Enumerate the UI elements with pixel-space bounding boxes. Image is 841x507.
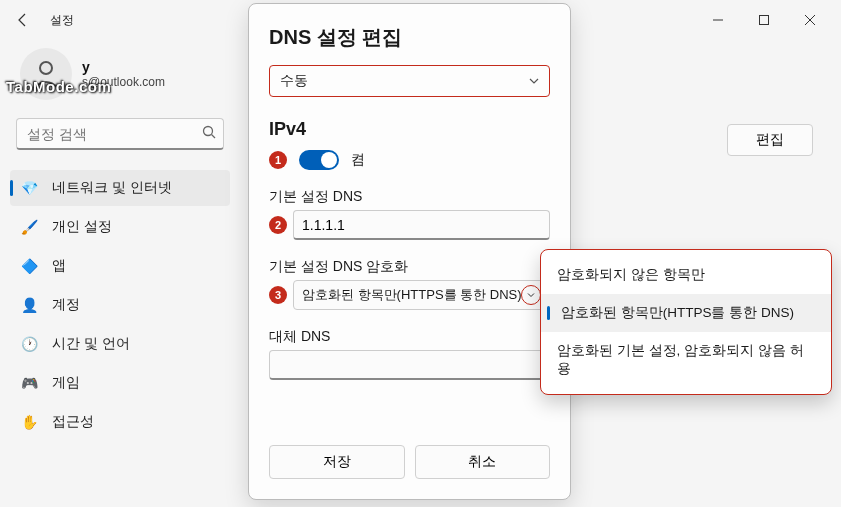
sidebar-item-personalization[interactable]: 🖌️개인 설정 (10, 209, 230, 245)
ipv4-section-title: IPv4 (269, 119, 550, 140)
svg-point-2 (204, 127, 213, 136)
sidebar-item-accounts[interactable]: 👤계정 (10, 287, 230, 323)
svg-rect-0 (760, 16, 769, 25)
nav-list: 💎네트워크 및 인터넷🖌️개인 설정🔷앱👤계정🕐시간 및 언어🎮게임✋접근성 (0, 166, 240, 447)
dropdown-option[interactable]: 암호화되지 않은 항목만 (541, 256, 831, 294)
edit-button[interactable]: 편집 (727, 124, 813, 156)
mode-select[interactable]: 수동 (269, 65, 550, 97)
nav-item-label: 앱 (52, 257, 66, 275)
sidebar-item-time[interactable]: 🕐시간 및 언어 (10, 326, 230, 362)
nav-item-label: 계정 (52, 296, 80, 314)
ipv4-toggle[interactable] (299, 150, 339, 170)
mode-select-value: 수동 (280, 72, 308, 90)
sidebar-item-apps[interactable]: 🔷앱 (10, 248, 230, 284)
search-icon (202, 125, 216, 142)
search-box[interactable] (16, 118, 224, 150)
nav-item-label: 개인 설정 (52, 218, 112, 236)
dropdown-option[interactable]: 암호화된 기본 설정, 암호화되지 않음 허용 (541, 332, 831, 388)
annotation-marker-2: 2 (269, 216, 287, 234)
toggle-label: 켬 (351, 151, 365, 169)
search-input[interactable] (27, 126, 202, 142)
nav-item-label: 시간 및 언어 (52, 335, 130, 353)
sidebar: y s@outlook.com TabMode.com 💎네트워크 및 인터넷🖌… (0, 40, 240, 507)
save-button[interactable]: 저장 (269, 445, 405, 479)
sidebar-item-time-icon: 🕐 (20, 335, 38, 353)
nav-item-label: 접근성 (52, 413, 94, 431)
encryption-select[interactable]: 암호화된 항목만(HTTPS를 통한 DNS) (293, 280, 550, 310)
encryption-select-value: 암호화된 항목만(HTTPS를 통한 DNS) (302, 286, 522, 304)
cancel-button[interactable]: 취소 (415, 445, 551, 479)
sidebar-item-gaming-icon: 🎮 (20, 374, 38, 392)
back-button[interactable] (8, 5, 38, 35)
chevron-down-icon (521, 285, 541, 305)
alternate-dns-input[interactable] (269, 350, 550, 380)
profile-email: s@outlook.com (82, 75, 165, 89)
sidebar-item-gaming[interactable]: 🎮게임 (10, 365, 230, 401)
close-button[interactable] (787, 4, 833, 36)
dropdown-option[interactable]: 암호화된 항목만(HTTPS를 통한 DNS) (541, 294, 831, 332)
avatar (20, 48, 72, 100)
alternate-dns-label: 대체 DNS (269, 328, 550, 346)
svg-point-1 (40, 62, 52, 74)
window-title: 설정 (50, 12, 74, 29)
window-controls (695, 4, 833, 36)
annotation-marker-1: 1 (269, 151, 287, 169)
sidebar-item-accessibility-icon: ✋ (20, 413, 38, 431)
chevron-down-icon (529, 73, 539, 89)
preferred-dns-input[interactable] (293, 210, 550, 240)
encryption-dropdown-menu: 암호화되지 않은 항목만암호화된 항목만(HTTPS를 통한 DNS)암호화된 … (540, 249, 832, 395)
minimize-button[interactable] (695, 4, 741, 36)
nav-item-label: 네트워크 및 인터넷 (52, 179, 172, 197)
sidebar-item-network-icon: 💎 (20, 179, 38, 197)
maximize-button[interactable] (741, 4, 787, 36)
sidebar-item-personalization-icon: 🖌️ (20, 218, 38, 236)
preferred-dns-label: 기본 설정 DNS (269, 188, 550, 206)
sidebar-item-network[interactable]: 💎네트워크 및 인터넷 (10, 170, 230, 206)
profile[interactable]: y s@outlook.com TabMode.com (0, 44, 240, 112)
annotation-marker-3: 3 (269, 286, 287, 304)
profile-name: y (82, 59, 165, 75)
sidebar-item-accounts-icon: 👤 (20, 296, 38, 314)
nav-item-label: 게임 (52, 374, 80, 392)
dialog-title: DNS 설정 편집 (269, 24, 550, 51)
dns-settings-dialog: DNS 설정 편집 수동 IPv4 1 켬 기본 설정 DNS 2 기본 설정 … (248, 3, 571, 500)
sidebar-item-apps-icon: 🔷 (20, 257, 38, 275)
encryption-label: 기본 설정 DNS 암호화 (269, 258, 550, 276)
sidebar-item-accessibility[interactable]: ✋접근성 (10, 404, 230, 440)
